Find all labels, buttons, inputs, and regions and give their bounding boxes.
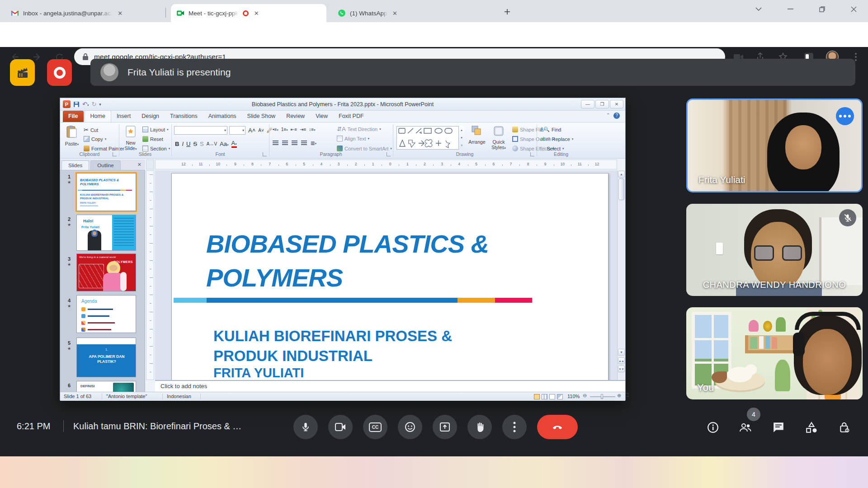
ppt-restore-button[interactable]: ❐ <box>595 100 609 108</box>
qat-dropdown-icon[interactable]: ▾ <box>99 102 101 107</box>
ppt-tab-transitions[interactable]: Transitions <box>165 111 203 122</box>
scrollbar-thumb[interactable] <box>618 178 624 200</box>
redo-icon[interactable]: ↻ <box>91 101 96 107</box>
presentation-mode-button[interactable] <box>10 59 35 86</box>
zoom-out-icon[interactable]: ⊖ <box>583 393 587 399</box>
window-minimize-button[interactable] <box>779 0 801 18</box>
tab-meet-active[interactable]: Meet - tic-gcxj-ppk ✕ <box>171 4 326 22</box>
canvas-scrollbar[interactable]: ▲ ▼ ▲▲ ▼▼ <box>617 170 625 380</box>
ppt-tab-file[interactable]: File <box>63 111 84 122</box>
zoom-in-icon[interactable]: ⊕ <box>617 393 621 399</box>
ppt-tab-insert[interactable]: Insert <box>111 111 136 122</box>
clipboard-dialog-launcher[interactable] <box>113 152 117 156</box>
reading-view-button[interactable] <box>549 394 555 399</box>
minimize-ribbon-icon[interactable]: ⌃ <box>606 113 610 119</box>
status-slide-count: Slide 1 of 63 <box>64 394 91 399</box>
tile-more-options-button[interactable] <box>836 107 854 125</box>
ruler-number: 3 <box>441 162 443 166</box>
more-options-button[interactable] <box>502 415 527 439</box>
ppt-tab-design[interactable]: Design <box>136 111 165 122</box>
headphone-band <box>795 312 861 330</box>
participant-tile-chandra[interactable]: CHANDRA WENDY HANDRIONO <box>686 204 863 296</box>
ppt-tab-foxit-pdf[interactable]: Foxit PDF <box>333 111 369 122</box>
slide-thumbnail-5[interactable]: 1. APA POLIMER DAN PLASTIK? <box>76 338 136 377</box>
ppt-tab-animations[interactable]: Animations <box>203 111 242 122</box>
paragraph-dialog-launcher[interactable] <box>387 152 391 156</box>
captions-button[interactable]: CC <box>363 415 387 439</box>
slide-thumbnail-3[interactable]: We're living in a material world POLYMER… <box>76 253 136 291</box>
paragraph-group: Paragraph <box>270 122 392 158</box>
activities-button[interactable] <box>802 420 821 435</box>
tab-search-chevron-icon[interactable] <box>748 0 769 18</box>
tab-close-icon[interactable]: ✕ <box>252 9 260 17</box>
slide-canvas[interactable]: BIOBASED PLASTICS &POLYMERS KULIAH BIORE… <box>155 170 617 380</box>
floor-plant <box>775 360 790 391</box>
tab-close-icon[interactable]: ✕ <box>116 9 124 17</box>
tab-separator <box>165 8 166 18</box>
ruler-number: 11 <box>578 162 582 166</box>
zoom-slider-thumb[interactable] <box>601 394 603 399</box>
window-maximize-button[interactable] <box>811 0 833 18</box>
recording-indicator-button[interactable] <box>47 59 72 86</box>
undo-icon[interactable]: ↶▾ <box>82 101 89 107</box>
ruler-number: 1 <box>406 162 409 166</box>
slide-thumbnail-6[interactable]: DEFINISI <box>76 381 136 392</box>
ppt-tab-slide-show[interactable]: Slide Show <box>242 111 281 122</box>
drawing-dialog-launcher[interactable] <box>530 152 534 156</box>
notes-pane[interactable]: Click to add notes <box>155 380 625 392</box>
ppt-tab-review[interactable]: Review <box>281 111 310 122</box>
tab-recording-indicator <box>243 10 249 16</box>
scroll-up-icon[interactable]: ▲ <box>618 171 625 178</box>
clapperboard-icon <box>16 66 29 79</box>
next-slide-button[interactable]: ▼▼ <box>618 366 625 372</box>
end-call-button[interactable] <box>537 415 578 439</box>
ppt-minimize-button[interactable]: — <box>581 100 594 108</box>
chat-button[interactable] <box>769 420 788 435</box>
raise-hand-button[interactable] <box>467 415 492 439</box>
ppt-close-button[interactable]: ✕ <box>610 100 623 108</box>
gmail-icon <box>11 9 19 17</box>
present-button[interactable] <box>433 415 457 439</box>
ppt-tab-view[interactable]: View <box>310 111 333 122</box>
emoji-icon <box>405 422 415 432</box>
tab-whatsapp[interactable]: (1) WhatsApp ✕ <box>332 4 490 22</box>
save-icon[interactable] <box>73 101 80 108</box>
ppt-title-bar[interactable]: P ↶▾ ↻ ▾ Biobased Plastics and Polymers … <box>60 98 625 111</box>
new-tab-button[interactable] <box>500 5 515 18</box>
tab-outline[interactable]: Outline <box>90 160 120 170</box>
host-controls-button[interactable] <box>835 420 854 435</box>
participant-tile-you[interactable]: You <box>686 307 863 399</box>
shelf-gold-pot <box>763 321 772 332</box>
panel-close-icon[interactable]: ✕ <box>137 162 142 168</box>
scroll-down-icon[interactable]: ▼ <box>618 349 625 356</box>
mic-button[interactable] <box>293 415 318 439</box>
slide-thumbnail-4[interactable]: Agenda <box>76 295 136 333</box>
browser-tab-strip: Inbox - angela.justina@unpar.ac. ✕ Meet … <box>0 0 868 22</box>
ruler-number: 2 <box>355 162 357 166</box>
cat-bed <box>715 371 765 390</box>
tab-slides[interactable]: Slides <box>61 160 89 170</box>
fit-to-window-icon[interactable]: ⛶ <box>625 393 628 398</box>
help-icon[interactable]: ? <box>613 113 620 119</box>
reactions-button[interactable] <box>398 415 422 439</box>
ruler-number: 5 <box>303 162 305 166</box>
tab-close-icon[interactable]: ✕ <box>391 9 399 17</box>
previous-slide-button[interactable]: ▲▲ <box>618 357 625 364</box>
camera-button[interactable] <box>328 415 353 439</box>
slide-thumbnail-1[interactable]: BIOBASED PLASTICS &POLYMERS KULIAH BIORE… <box>76 173 136 211</box>
participant-tile-frita[interactable]: Frita Yuliati <box>686 99 863 192</box>
meeting-details-button[interactable] <box>704 420 722 435</box>
ruler-number: 5 <box>475 162 477 166</box>
tab-gmail[interactable]: Inbox - angela.justina@unpar.ac. ✕ <box>5 4 163 22</box>
meeting-time: 6:21 PM <box>17 421 50 432</box>
window-close-button[interactable] <box>843 0 864 18</box>
people-button[interactable] <box>736 420 755 435</box>
slide-thumbnail-2[interactable]: Halo! Frita Yuliati <box>76 215 136 251</box>
horizontal-ruler: 1211109876543210123456789101112 <box>155 160 617 169</box>
slideshow-view-button[interactable] <box>557 394 563 399</box>
slide-sorter-view-button[interactable] <box>542 394 547 399</box>
normal-view-button[interactable] <box>534 394 540 399</box>
ruler-number: 6 <box>286 162 288 166</box>
font-dialog-launcher[interactable] <box>263 152 267 156</box>
ppt-tab-home[interactable]: Home <box>85 110 111 122</box>
